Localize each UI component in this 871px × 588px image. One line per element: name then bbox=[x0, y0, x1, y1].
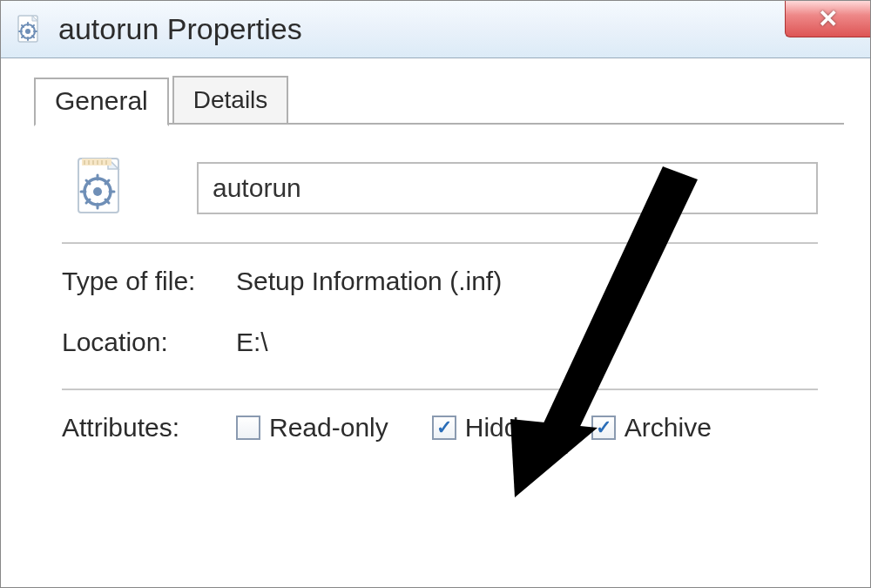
hidden-checkbox[interactable] bbox=[432, 416, 456, 440]
svg-rect-4 bbox=[82, 159, 111, 166]
archive-checkbox[interactable] bbox=[591, 416, 616, 440]
location-row: Location: E:\ bbox=[62, 328, 818, 357]
dialog-content: General Details bbox=[1, 58, 870, 443]
attribute-hidden: Hidden bbox=[432, 413, 548, 443]
tab-details[interactable]: Details bbox=[172, 76, 289, 123]
readonly-label: Read-only bbox=[269, 413, 388, 443]
type-of-file-label: Type of file: bbox=[62, 267, 236, 296]
location-value: E:\ bbox=[236, 328, 268, 357]
type-of-file-value: Setup Information (.inf) bbox=[236, 267, 502, 296]
attributes-label: Attributes: bbox=[62, 413, 236, 443]
titlebar[interactable]: autorun Properties ✕ bbox=[1, 1, 870, 58]
attributes-row: Attributes: Read-only Hidden Archive bbox=[62, 413, 818, 443]
file-large-icon bbox=[62, 151, 136, 225]
attribute-archive: Archive bbox=[591, 413, 712, 443]
close-button[interactable]: ✕ bbox=[785, 1, 870, 37]
svg-point-2 bbox=[25, 29, 30, 34]
type-row: Type of file: Setup Information (.inf) bbox=[62, 267, 818, 296]
properties-dialog: autorun Properties ✕ General Details bbox=[0, 0, 871, 588]
attribute-readonly: Read-only bbox=[236, 413, 388, 443]
readonly-checkbox[interactable] bbox=[236, 416, 260, 440]
file-type-icon bbox=[11, 12, 46, 47]
tab-strip: General Details bbox=[34, 76, 844, 125]
tab-general[interactable]: General bbox=[34, 78, 169, 126]
close-icon: ✕ bbox=[818, 4, 838, 33]
filename-row bbox=[62, 151, 818, 225]
window-title: autorun Properties bbox=[58, 12, 302, 46]
location-label: Location: bbox=[62, 328, 236, 357]
svg-point-6 bbox=[93, 187, 102, 196]
hidden-label: Hidden bbox=[465, 413, 548, 443]
general-panel: Type of file: Setup Information (.inf) L… bbox=[27, 125, 844, 443]
divider bbox=[62, 389, 818, 390]
filename-input[interactable] bbox=[197, 162, 818, 214]
divider bbox=[62, 242, 818, 244]
archive-label: Archive bbox=[625, 413, 712, 443]
